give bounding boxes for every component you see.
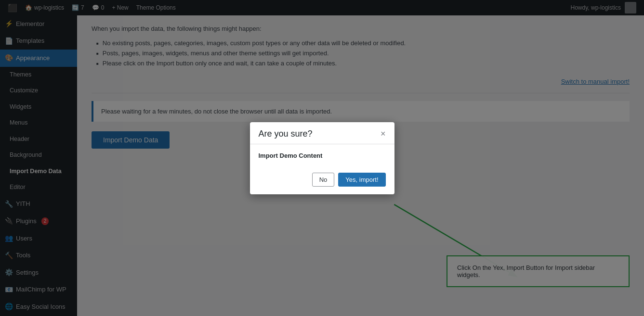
modal-dialog: Are you sure? × Import Demo Content No Y… xyxy=(250,122,394,194)
modal-body: Import Demo Content xyxy=(250,144,394,167)
modal-body-text: Import Demo Content xyxy=(259,152,386,159)
modal-no-button[interactable]: No xyxy=(312,173,335,187)
modal-footer: No Yes, import! xyxy=(250,167,394,194)
modal-header: Are you sure? × xyxy=(250,122,394,144)
modal-backdrop: Are you sure? × Import Demo Content No Y… xyxy=(0,0,644,316)
modal-yes-button[interactable]: Yes, import! xyxy=(338,173,385,187)
modal-close-button[interactable]: × xyxy=(381,129,386,138)
modal-title: Are you sure? xyxy=(259,129,313,139)
